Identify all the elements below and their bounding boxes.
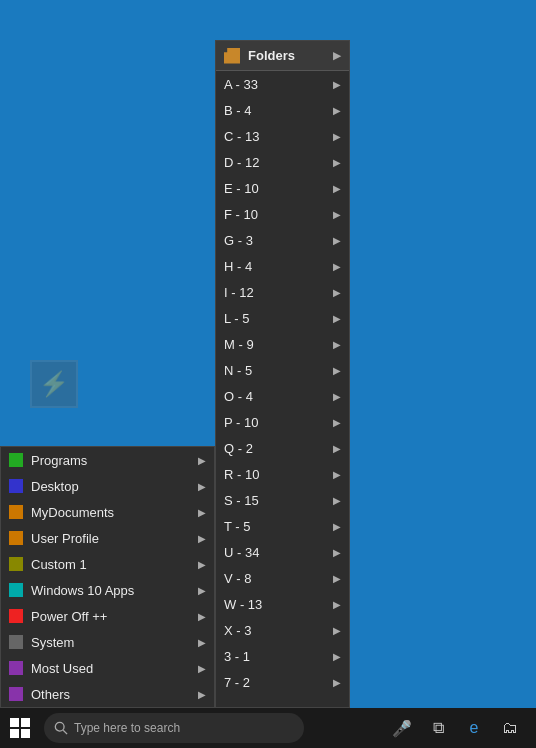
menu-label-others: Others xyxy=(31,687,198,702)
menu-color-icon-mostused xyxy=(9,661,23,675)
folders-header[interactable]: Folders▶ xyxy=(216,41,349,71)
folder-item-label: U - 34 xyxy=(224,545,333,560)
folder-item[interactable]: T - 5▶ xyxy=(216,513,349,539)
menu-arrow-programs: ▶ xyxy=(198,455,206,466)
menu-item-programs[interactable]: Programs▶ xyxy=(1,447,214,473)
folder-item-label: P - 10 xyxy=(224,415,333,430)
folder-item[interactable]: H - 4▶ xyxy=(216,253,349,279)
search-icon xyxy=(54,721,68,735)
folder-item[interactable]: S - 15▶ xyxy=(216,487,349,513)
folder-item[interactable]: D - 12▶ xyxy=(216,149,349,175)
folder-item-label: W - 13 xyxy=(224,597,333,612)
folder-item-arrow: ▶ xyxy=(333,209,341,220)
folder-item[interactable]: V - 8▶ xyxy=(216,565,349,591)
menu-color-icon-custom1 xyxy=(9,557,23,571)
svg-rect-1 xyxy=(21,718,30,727)
menu-item-others[interactable]: Others▶ xyxy=(1,681,214,707)
menu-label-windows10apps: Windows 10 Apps xyxy=(31,583,198,598)
context-menu: Programs▶Desktop▶MyDocuments▶User Profil… xyxy=(0,446,215,708)
svg-rect-2 xyxy=(10,729,19,738)
folder-item-arrow: ▶ xyxy=(333,79,341,90)
menu-item-desktop[interactable]: Desktop▶ xyxy=(1,473,214,499)
folder-item[interactable]: W - 13▶ xyxy=(216,591,349,617)
folder-item-label: B - 4 xyxy=(224,103,333,118)
menu-color-icon-windows10apps xyxy=(9,583,23,597)
folder-item[interactable]: C - 13▶ xyxy=(216,123,349,149)
menu-arrow-mydocuments: ▶ xyxy=(198,507,206,518)
task-view-icon[interactable]: ⧉ xyxy=(420,708,456,748)
menu-arrow-mostused: ▶ xyxy=(198,663,206,674)
explorer-icon[interactable]: 🗂 xyxy=(492,708,528,748)
folder-item[interactable]: F - 10▶ xyxy=(216,201,349,227)
search-bar[interactable]: Type here to search xyxy=(44,713,304,743)
folder-item-arrow: ▶ xyxy=(333,521,341,532)
menu-arrow-windows10apps: ▶ xyxy=(198,585,206,596)
menu-color-icon-user-profile xyxy=(9,531,23,545)
desktop-icon-image: ⚡ xyxy=(30,360,78,408)
svg-rect-0 xyxy=(10,718,19,727)
folder-item-label: I - 12 xyxy=(224,285,333,300)
folder-item[interactable]: X - 3▶ xyxy=(216,617,349,643)
folder-item-label: T - 5 xyxy=(224,519,333,534)
microphone-icon[interactable]: 🎤 xyxy=(384,708,420,748)
folder-item[interactable]: O - 4▶ xyxy=(216,383,349,409)
taskbar-system-icons: 🎤 ⧉ e 🗂 xyxy=(384,708,536,748)
folder-item-label: R - 10 xyxy=(224,467,333,482)
start-button[interactable] xyxy=(0,708,40,748)
folder-item-arrow: ▶ xyxy=(333,157,341,168)
folders-header-arrow: ▶ xyxy=(333,50,341,61)
folder-item-arrow: ▶ xyxy=(333,339,341,350)
folder-item[interactable]: G - 3▶ xyxy=(216,227,349,253)
menu-label-desktop: Desktop xyxy=(31,479,198,494)
menu-color-icon-others xyxy=(9,687,23,701)
folder-item-arrow: ▶ xyxy=(333,677,341,688)
folder-item-arrow: ▶ xyxy=(333,365,341,376)
svg-point-4 xyxy=(55,722,64,731)
folder-item-arrow: ▶ xyxy=(333,105,341,116)
folder-item[interactable]: Q - 2▶ xyxy=(216,435,349,461)
folder-item-arrow: ▶ xyxy=(333,469,341,480)
menu-label-mostused: Most Used xyxy=(31,661,198,676)
folder-item[interactable]: 3 - 1▶ xyxy=(216,643,349,669)
folder-item-label: S - 15 xyxy=(224,493,333,508)
menu-arrow-poweroff: ▶ xyxy=(198,611,206,622)
folder-item-label: N - 5 xyxy=(224,363,333,378)
folder-item[interactable]: M - 9▶ xyxy=(216,331,349,357)
folder-item-arrow: ▶ xyxy=(333,313,341,324)
menu-arrow-user-profile: ▶ xyxy=(198,533,206,544)
menu-item-user-profile[interactable]: User Profile▶ xyxy=(1,525,214,551)
menu-item-system[interactable]: System▶ xyxy=(1,629,214,655)
menu-item-poweroff[interactable]: Power Off ++▶ xyxy=(1,603,214,629)
folder-item-label: 3 - 1 xyxy=(224,649,333,664)
menu-color-icon-mydocuments xyxy=(9,505,23,519)
folder-item[interactable]: P - 10▶ xyxy=(216,409,349,435)
folder-item-arrow: ▶ xyxy=(333,651,341,662)
folder-item-label: C - 13 xyxy=(224,129,333,144)
edge-icon[interactable]: e xyxy=(456,708,492,748)
folder-item[interactable]: E - 10▶ xyxy=(216,175,349,201)
menu-color-icon-system xyxy=(9,635,23,649)
folder-item[interactable]: L - 5▶ xyxy=(216,305,349,331)
svg-rect-3 xyxy=(21,729,30,738)
folder-item[interactable]: 7 - 2▶ xyxy=(216,669,349,695)
folder-item[interactable]: R - 10▶ xyxy=(216,461,349,487)
menu-color-icon-desktop xyxy=(9,479,23,493)
menu-item-mydocuments[interactable]: MyDocuments▶ xyxy=(1,499,214,525)
menu-label-user-profile: User Profile xyxy=(31,531,198,546)
folder-item[interactable]: U - 34▶ xyxy=(216,539,349,565)
folder-item-arrow: ▶ xyxy=(333,625,341,636)
folder-item-arrow: ▶ xyxy=(333,573,341,584)
folder-item[interactable]: B - 4▶ xyxy=(216,97,349,123)
folder-item-arrow: ▶ xyxy=(333,131,341,142)
folder-item[interactable]: I - 12▶ xyxy=(216,279,349,305)
folder-item-label: E - 10 xyxy=(224,181,333,196)
folder-item[interactable]: A - 33▶ xyxy=(216,71,349,97)
menu-item-mostused[interactable]: Most Used▶ xyxy=(1,655,214,681)
folder-item[interactable]: N - 5▶ xyxy=(216,357,349,383)
menu-label-mydocuments: MyDocuments xyxy=(31,505,198,520)
folder-item-arrow: ▶ xyxy=(333,261,341,272)
folder-item-arrow: ▶ xyxy=(333,443,341,454)
folder-item-label: Q - 2 xyxy=(224,441,333,456)
menu-item-windows10apps[interactable]: Windows 10 Apps▶ xyxy=(1,577,214,603)
menu-item-custom1[interactable]: Custom 1▶ xyxy=(1,551,214,577)
